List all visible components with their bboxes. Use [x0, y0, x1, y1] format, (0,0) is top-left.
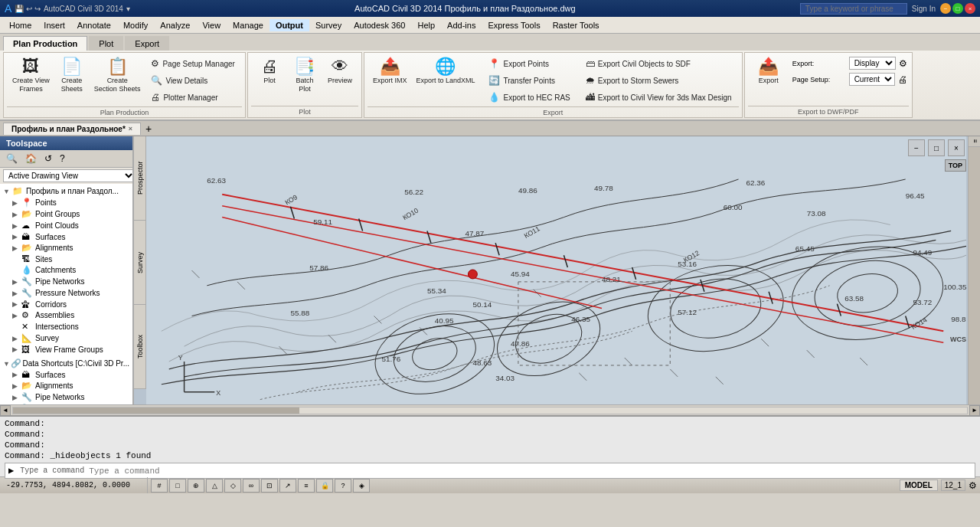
menu-annotate[interactable]: Annotate: [71, 19, 117, 31]
scroll-left-arrow[interactable]: ◄: [0, 405, 11, 416]
status-btn-sel[interactable]: ◈: [353, 479, 370, 493]
ribbon-tab-plot[interactable]: Plot: [89, 36, 123, 51]
menu-insert[interactable]: Insert: [38, 19, 71, 31]
status-btn-qp[interactable]: ?: [335, 479, 351, 493]
export-display-select[interactable]: Display: [849, 57, 896, 70]
survey-side-label[interactable]: Survey: [134, 221, 145, 305]
tree-node-ds-pipe-networks[interactable]: ▶ 🔧 Pipe Networks: [2, 391, 131, 403]
tree-node-catchments[interactable]: 💧 Catchments: [2, 264, 131, 276]
tree-node-sites[interactable]: 🏗 Sites: [2, 254, 131, 264]
menu-modify[interactable]: Modify: [117, 19, 154, 31]
page-setup-select[interactable]: Current: [849, 73, 895, 86]
menu-output[interactable]: Output: [270, 19, 309, 31]
tree-node-intersections[interactable]: ✕ Intersections: [2, 321, 131, 332]
tree-node-survey[interactable]: ▶ 📐 Survey: [2, 332, 131, 344]
tree-node-root-profile[interactable]: ▼ 📁 Профиль и план Раздол...: [2, 185, 131, 197]
menu-manage[interactable]: Manage: [227, 19, 270, 31]
toolbox-side-label[interactable]: Toolbox: [134, 305, 145, 389]
menu-home[interactable]: Home: [3, 19, 38, 31]
coordinates-display[interactable]: -29.7753, 4894.8082, 0.0000: [3, 477, 148, 493]
maximize-button[interactable]: □: [952, 3, 963, 14]
status-btn-osnap[interactable]: ◇: [224, 479, 241, 493]
export-hec-ras-button[interactable]: 💧 Export to HEC RAS: [483, 90, 575, 105]
menu-raster-tools[interactable]: Raster Tools: [547, 19, 606, 31]
batch-plot-button[interactable]: 📑 BatchPlot: [288, 56, 322, 96]
toolspace-search-icon[interactable]: 🔍: [3, 152, 21, 165]
tree-node-ds-alignments[interactable]: ▶ 📂 Alignments: [2, 380, 131, 391]
create-sheets-button[interactable]: 📄 CreateSheets: [55, 56, 89, 96]
export-storm-button[interactable]: 🌧 Export to Storm Sewers: [580, 73, 737, 88]
tree-node-corridors[interactable]: ▶ 🛣 Corridors: [2, 299, 131, 309]
tree-node-ds-pressure-networks[interactable]: ▶ 🔧 Pressure Networks: [2, 403, 131, 404]
workspace-selector[interactable]: AutoCAD Civil 3D 2014: [44, 5, 123, 13]
tree-node-view-frame-groups[interactable]: ▶ 🖼 View Frame Groups: [2, 344, 131, 355]
menu-analyze[interactable]: Analyze: [154, 19, 196, 31]
status-btn-otrack[interactable]: ∞: [243, 479, 260, 493]
doc-tab-close-button[interactable]: ×: [129, 125, 132, 133]
menu-view[interactable]: View: [196, 19, 227, 31]
export-civil-view-button[interactable]: 🏙 Export to Civil View for 3ds Max Desig…: [580, 90, 737, 105]
tree-node-pipe-networks[interactable]: ▶ 🔧 Pipe Networks: [2, 276, 131, 287]
menu-survey[interactable]: Survey: [309, 19, 348, 31]
tree-node-surfaces[interactable]: ▶ 🏔 Surfaces: [2, 231, 131, 242]
doc-tab-profile[interactable]: Профиль и план Раздольное* ×: [3, 123, 141, 135]
create-section-sheets-button[interactable]: 📋 CreateSection Sheets: [90, 56, 145, 96]
model-button[interactable]: MODEL: [900, 480, 938, 491]
view-top-button[interactable]: TOP: [945, 159, 966, 172]
tree-node-point-groups[interactable]: ▶ 📂 Point Groups: [2, 208, 131, 220]
menu-express-tools[interactable]: Express Tools: [482, 19, 546, 31]
scroll-right-arrow[interactable]: ►: [969, 405, 980, 416]
status-btn-ortho[interactable]: ⊕: [188, 479, 204, 493]
page-setup-icon[interactable]: 🖨: [898, 74, 907, 85]
tree-node-data-shortcuts[interactable]: ▼ 🔗 Data Shortcuts [C:\Civil 3D Pr...: [2, 358, 131, 369]
toolspace-home-icon[interactable]: 🏠: [22, 152, 40, 165]
view-details-button[interactable]: 🔍 View Details: [145, 73, 240, 88]
menu-help[interactable]: Help: [411, 19, 441, 31]
right-tab-1[interactable]: ≡: [969, 136, 980, 147]
export-settings-icon[interactable]: ⚙: [899, 58, 907, 69]
page-setup-manager-button[interactable]: ⚙ Page Setup Manager: [145, 56, 240, 71]
close-button[interactable]: ×: [965, 3, 975, 14]
tree-node-pressure-networks[interactable]: ▶ 🔧 Pressure Networks: [2, 287, 131, 299]
search-input[interactable]: [800, 3, 907, 15]
sign-in-label[interactable]: Sign In: [912, 5, 936, 13]
export-civil-sdf-button[interactable]: 🗃 Export Civil Objects to SDF: [580, 56, 737, 71]
tree-node-points[interactable]: ▶ 📍 Points: [2, 197, 131, 208]
status-btn-ducs[interactable]: ⊡: [261, 479, 278, 493]
plot-button[interactable]: 🖨 Plot: [253, 56, 286, 87]
active-view-select[interactable]: Active Drawing View: [3, 169, 134, 182]
toolspace-refresh-icon[interactable]: ↺: [41, 152, 55, 165]
export-imx-button[interactable]: 📤 Export IMX: [369, 56, 411, 87]
prospector-side-label[interactable]: Prospector: [134, 136, 145, 221]
export-landxml-button[interactable]: 🌐 Export to LandXML: [412, 56, 479, 87]
tree-node-assemblies[interactable]: ▶ ⚙ Assemblies: [2, 309, 131, 321]
scroll-track[interactable]: [12, 407, 968, 414]
preview-button[interactable]: 👁 Preview: [323, 56, 357, 87]
command-input[interactable]: [87, 465, 975, 477]
tree-node-point-clouds[interactable]: ▶ ☁ Point Clouds: [2, 220, 131, 231]
scroll-thumb[interactable]: [13, 408, 299, 414]
toolspace-help-icon[interactable]: ?: [57, 152, 68, 165]
menu-autodesk360[interactable]: Autodesk 360: [348, 19, 411, 31]
new-tab-button[interactable]: +: [141, 121, 156, 136]
status-btn-linewidth[interactable]: ≡: [298, 479, 315, 493]
tree-node-ds-surfaces[interactable]: ▶ 🏔 Surfaces: [2, 369, 131, 380]
ribbon-tab-export[interactable]: Export: [125, 36, 169, 51]
status-btn-dynin[interactable]: ↗: [279, 479, 296, 493]
canvas-close-icon[interactable]: ×: [948, 139, 965, 156]
export-points-button[interactable]: 📍 Export Points: [483, 56, 575, 71]
canvas-restore-icon[interactable]: □: [928, 139, 945, 156]
status-btn-snap[interactable]: □: [169, 479, 186, 493]
create-view-frames-button[interactable]: 🖼 Create ViewFrames: [8, 56, 54, 96]
ribbon-tab-plan-production[interactable]: Plan Production: [3, 36, 87, 51]
transfer-points-button[interactable]: 🔄 Transfer Points: [483, 73, 575, 88]
export-dwf-button[interactable]: 📤 Export: [750, 56, 788, 87]
status-btn-grid[interactable]: #: [151, 479, 168, 493]
minimize-button[interactable]: −: [940, 3, 951, 14]
zoom-level-display[interactable]: 12_1: [941, 480, 965, 491]
menu-addins[interactable]: Add-ins: [441, 19, 482, 31]
status-gear-icon[interactable]: ⚙: [969, 480, 977, 491]
tree-node-alignments[interactable]: ▶ 📂 Alignments: [2, 242, 131, 254]
status-btn-tpmode[interactable]: 🔒: [316, 479, 333, 493]
canvas-minimize-icon[interactable]: −: [908, 139, 925, 156]
